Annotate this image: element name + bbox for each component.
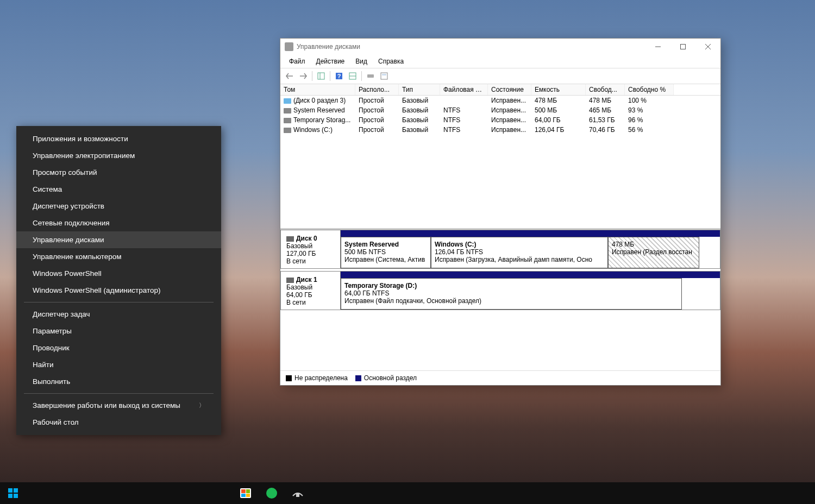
winx-item-label: Выполнить xyxy=(33,377,70,386)
volume-type: Базовый xyxy=(399,105,440,115)
volume-fs: NTFS xyxy=(440,115,488,125)
winx-item-label: Управление дисками xyxy=(33,236,104,244)
winx-item-label: Рабочий стол xyxy=(33,418,79,426)
winx-item[interactable]: Сетевые подключения xyxy=(16,215,221,231)
svg-rect-13 xyxy=(8,488,12,493)
volume-icon xyxy=(284,108,291,114)
col-status[interactable]: Состояние xyxy=(488,84,531,95)
winx-item[interactable]: Диспетчер задач xyxy=(16,306,221,323)
svg-rect-16 xyxy=(14,494,18,498)
menu-view[interactable]: Вид xyxy=(350,56,373,66)
disk-size: 64,00 ГБ xyxy=(286,291,312,299)
col-volume[interactable]: Том xyxy=(280,84,355,95)
volume-freepct: 93 % xyxy=(625,105,674,115)
taskbar-spotify-icon[interactable] xyxy=(259,482,285,504)
titlebar[interactable]: Управление дисками xyxy=(280,39,720,55)
partition-line2: 478 МБ xyxy=(612,241,634,248)
start-button[interactable] xyxy=(0,482,26,504)
winx-item[interactable]: Выполнить xyxy=(16,373,221,390)
winx-item-label: Система xyxy=(33,185,62,193)
volume-freepct: 100 % xyxy=(625,96,674,105)
winx-item[interactable]: Управление компьютером xyxy=(16,248,221,265)
volume-status: Исправен... xyxy=(488,105,531,115)
help-icon[interactable]: ? xyxy=(333,70,345,82)
volume-name: (Диск 0 раздел 3) xyxy=(293,97,346,104)
partition[interactable]: Temporary Storage (D:)64,00 ГБ NTFSИспра… xyxy=(341,278,682,310)
winx-item[interactable]: Проводник xyxy=(16,339,221,356)
chevron-right-icon: 〉 xyxy=(199,401,205,410)
partition-title: Temporary Storage (D:) xyxy=(344,282,417,289)
winx-item[interactable]: Управление дисками xyxy=(16,231,221,248)
winx-item[interactable]: Найти xyxy=(16,356,221,373)
volume-row[interactable]: System ReservedПростойБазовыйNTFSИсправе… xyxy=(280,105,720,115)
winx-item-label: Сетевые подключения xyxy=(33,219,110,227)
svg-rect-12 xyxy=(382,74,386,75)
col-type[interactable]: Тип xyxy=(399,84,440,95)
volume-row[interactable]: Windows (C:)ПростойБазовыйNTFSИсправен..… xyxy=(280,125,720,135)
disk-block: Диск 1Базовый64,00 ГБВ сетиTemporary Sto… xyxy=(280,271,720,310)
winx-item[interactable]: Управление электропитанием xyxy=(16,147,221,164)
winx-item[interactable]: Рабочий стол xyxy=(16,414,221,431)
volume-freepct: 56 % xyxy=(625,125,674,135)
taskbar-app-icon[interactable] xyxy=(285,482,311,504)
winx-item[interactable]: Windows PowerShell xyxy=(16,265,221,282)
col-capacity[interactable]: Емкость xyxy=(531,84,586,95)
disk-online: В сети xyxy=(286,299,306,306)
volume-list-header: Том Располо... Тип Файловая с... Состоян… xyxy=(280,84,720,96)
disk-name: Диск 1 xyxy=(296,276,317,284)
partition[interactable]: System Reserved500 МБ NTFSИсправен (Сист… xyxy=(341,237,431,268)
volume-list[interactable]: Том Располо... Тип Файловая с... Состоян… xyxy=(280,84,720,230)
volume-row[interactable]: (Диск 0 раздел 3)ПростойБазовыйИсправен.… xyxy=(280,96,720,105)
menu-help[interactable]: Справка xyxy=(373,56,409,66)
toolbar-btn-1[interactable] xyxy=(315,70,327,82)
partition-line2: 126,04 ГБ NTFS xyxy=(435,248,483,256)
disk-icon xyxy=(286,278,294,283)
svg-rect-11 xyxy=(381,73,387,79)
winx-item-label: Завершение работы или выход из системы xyxy=(33,401,180,410)
volume-name: System Reserved xyxy=(293,106,345,114)
partition[interactable]: Windows (C:)126,04 ГБ NTFSИсправен (Загр… xyxy=(431,237,608,268)
maximize-button[interactable] xyxy=(670,39,695,55)
toolbar-btn-3[interactable] xyxy=(365,70,377,82)
disk-icon xyxy=(286,236,294,242)
winx-item[interactable]: Завершение работы или выход из системы〉 xyxy=(16,397,221,414)
forward-button[interactable] xyxy=(297,70,309,82)
graphical-view[interactable]: Диск 0Базовый127,00 ГБВ сетиSystem Reser… xyxy=(280,230,720,370)
close-button[interactable] xyxy=(695,39,720,55)
col-layout[interactable]: Располо... xyxy=(355,84,399,95)
winx-separator xyxy=(24,302,214,303)
winx-item[interactable]: Windows PowerShell (администратор) xyxy=(16,282,221,299)
winx-item[interactable]: Параметры xyxy=(16,323,221,339)
winx-item[interactable]: Просмотр событий xyxy=(16,164,221,181)
winx-item[interactable]: Приложения и возможности xyxy=(16,130,221,147)
taskbar-store-icon[interactable] xyxy=(233,482,259,504)
volume-layout: Простой xyxy=(355,96,399,105)
legend-unallocated: Не распределена xyxy=(294,374,348,382)
legend: Не распределена Основной раздел xyxy=(280,370,720,385)
volume-row[interactable]: Temporary Storag...ПростойБазовыйNTFSИсп… xyxy=(280,115,720,125)
menu-action[interactable]: Действие xyxy=(311,56,350,66)
partition-line3: Исправен (Система, Актив xyxy=(344,256,425,263)
minimize-button[interactable] xyxy=(645,39,670,55)
col-free[interactable]: Свобод... xyxy=(586,84,625,95)
back-button[interactable] xyxy=(284,70,296,82)
volume-status: Исправен... xyxy=(488,96,531,105)
disk-label[interactable]: Диск 1Базовый64,00 ГБВ сети xyxy=(281,272,341,310)
winx-item[interactable]: Диспетчер устройств xyxy=(16,198,221,215)
col-freepct[interactable]: Свободно % xyxy=(625,84,674,95)
disk-management-window: Управление дисками Файл Действие Вид Спр… xyxy=(280,38,721,386)
menu-file[interactable]: Файл xyxy=(284,56,311,66)
toolbar-btn-2[interactable] xyxy=(347,70,359,82)
svg-text:?: ? xyxy=(337,73,341,79)
partition[interactable]: 478 МБИсправен (Раздел восстан xyxy=(608,237,699,268)
svg-rect-17 xyxy=(296,494,299,497)
winx-item[interactable]: Система xyxy=(16,181,221,198)
volume-fs: NTFS xyxy=(440,105,488,115)
partition-title: System Reserved xyxy=(344,241,399,248)
toolbar-btn-4[interactable] xyxy=(378,70,390,82)
volume-name: Temporary Storag... xyxy=(293,116,350,124)
volume-layout: Простой xyxy=(355,105,399,115)
col-fs[interactable]: Файловая с... xyxy=(440,84,488,95)
disk-label[interactable]: Диск 0Базовый127,00 ГБВ сети xyxy=(281,230,341,268)
volume-type: Базовый xyxy=(399,96,440,105)
